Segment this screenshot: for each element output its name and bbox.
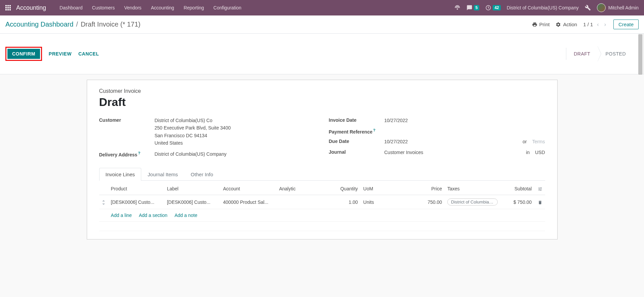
create-button[interactable]: Create <box>613 20 639 29</box>
preview-button[interactable]: PREVIEW <box>49 51 72 57</box>
breadcrumb-separator: / <box>76 21 78 28</box>
delivery-address-value[interactable]: District of Columbia(US) Company <box>155 150 315 158</box>
help-icon[interactable]: ? <box>138 151 140 155</box>
confirm-button[interactable]: CONFIRM <box>7 49 40 59</box>
customer-country: United States <box>155 139 315 147</box>
form-sheet: Customer Invoice Draft Customer District… <box>87 80 558 239</box>
th-uom[interactable]: UoM <box>361 183 382 195</box>
customer-street: 250 Executive Park Blvd, Suite 3400 <box>155 124 315 132</box>
status-posted[interactable]: POSTED <box>598 48 633 60</box>
journal-label: Journal <box>329 149 384 155</box>
invoice-date-value[interactable]: 10/27/2022 <box>384 117 545 124</box>
form-type-label: Customer Invoice <box>99 88 545 94</box>
user-menu[interactable]: Mitchell Admin <box>597 3 639 12</box>
form-right-column: Invoice Date 10/27/2022 Payment Referenc… <box>329 117 545 161</box>
delete-row-icon[interactable] <box>538 199 542 205</box>
cell-label[interactable]: [DESK0006] Custo... <box>164 195 220 209</box>
nav-accounting[interactable]: Accounting <box>147 3 178 12</box>
debug-icon[interactable] <box>585 5 591 11</box>
scroll-gutter <box>639 34 644 74</box>
breadcrumb: Accounting Dashboard / Draft Invoice (* … <box>5 21 141 28</box>
th-analytic[interactable]: Analytic <box>276 183 326 195</box>
company-selector[interactable]: District of Columbia(US) Company <box>507 5 579 10</box>
action-label: Action <box>563 22 577 27</box>
cell-uom[interactable]: Units <box>361 195 382 209</box>
statusbar: CONFIRM PREVIEW CANCEL DRAFT POSTED <box>0 34 639 74</box>
currency-value[interactable]: USD <box>535 149 545 156</box>
journal-value[interactable]: Customer Invoices <box>384 149 423 156</box>
app-brand[interactable]: Accounting <box>16 4 46 11</box>
th-subtotal[interactable]: Subtotal <box>503 183 534 195</box>
add-section-link[interactable]: Add a section <box>139 213 167 218</box>
nav-dashboard[interactable]: Dashboard <box>55 3 87 12</box>
apps-icon[interactable] <box>5 5 11 10</box>
th-product[interactable]: Product <box>108 183 164 195</box>
delivery-address-label: Delivery Address? <box>99 150 155 157</box>
th-price[interactable]: Price <box>382 183 445 195</box>
customer-value[interactable]: District of Columbia(US) Co 250 Executiv… <box>155 117 315 147</box>
tab-invoice-lines[interactable]: Invoice Lines <box>99 168 142 181</box>
activities-icon[interactable]: 42 <box>485 5 500 11</box>
voip-icon[interactable] <box>454 5 460 11</box>
columns-settings-icon[interactable] <box>538 186 542 191</box>
pager-value[interactable]: 1 / 1 <box>583 22 593 27</box>
svg-point-0 <box>457 9 458 9</box>
cell-account[interactable]: 400000 Product Sal... <box>220 195 276 209</box>
add-links-row: Add a line Add a section Add a note <box>108 209 545 222</box>
table-row[interactable]: [DESK0006] Custo... [DESK0006] Custo... … <box>99 195 545 209</box>
user-name: Mitchell Admin <box>608 5 639 10</box>
nav-menu: Dashboard Customers Vendors Accounting R… <box>55 3 245 12</box>
help-icon[interactable]: ? <box>373 128 375 132</box>
main-navbar: Accounting Dashboard Customers Vendors A… <box>0 0 644 15</box>
pager: 1 / 1 ‹ › <box>583 21 607 28</box>
cell-analytic[interactable] <box>276 195 326 209</box>
pager-next-icon[interactable]: › <box>603 21 607 28</box>
or-label: or <box>523 138 527 145</box>
cell-price[interactable]: 750.00 <box>382 195 445 209</box>
scroll-thumb[interactable] <box>638 34 642 75</box>
drag-handle-icon[interactable] <box>99 195 108 209</box>
breadcrumb-parent[interactable]: Accounting Dashboard <box>5 21 73 28</box>
messages-icon[interactable]: 5 <box>466 5 480 11</box>
nav-configuration[interactable]: Configuration <box>210 3 245 12</box>
print-button[interactable]: Print <box>532 22 550 27</box>
nav-vendors[interactable]: Vendors <box>120 3 145 12</box>
th-account[interactable]: Account <box>220 183 276 195</box>
customer-label: Customer <box>99 117 155 123</box>
th-taxes[interactable]: Taxes <box>445 183 503 195</box>
cell-subtotal: $ 750.00 <box>503 195 534 209</box>
cell-product[interactable]: [DESK0006] Custo... <box>108 195 164 209</box>
svg-marker-2 <box>102 200 105 201</box>
control-panel: Accounting Dashboard / Draft Invoice (* … <box>0 15 644 34</box>
form-title: Draft <box>99 96 545 109</box>
print-icon <box>532 22 537 27</box>
in-label: in <box>526 149 530 156</box>
nav-customers[interactable]: Customers <box>88 3 119 12</box>
tab-journal-items[interactable]: Journal Items <box>141 168 184 181</box>
th-settings[interactable] <box>534 183 545 195</box>
statusbar-container: CONFIRM PREVIEW CANCEL DRAFT POSTED <box>0 34 644 74</box>
due-date-value[interactable]: 10/27/2022 <box>384 138 408 145</box>
terms-field[interactable]: Terms <box>532 138 545 145</box>
status-draft[interactable]: DRAFT <box>566 48 598 60</box>
cancel-button[interactable]: CANCEL <box>78 51 99 57</box>
cell-taxes[interactable]: District of Columbia Sa <box>445 195 503 209</box>
add-note-link[interactable]: Add a note <box>175 213 197 218</box>
add-line-link[interactable]: Add a line <box>111 213 132 218</box>
nav-reporting[interactable]: Reporting <box>180 3 208 12</box>
breadcrumb-current: Draft Invoice (* 171) <box>81 21 141 28</box>
tab-other-info[interactable]: Other Info <box>184 168 220 181</box>
invoice-date-label: Invoice Date <box>329 117 384 123</box>
th-label[interactable]: Label <box>164 183 220 195</box>
status-steps: DRAFT POSTED <box>566 48 633 60</box>
cell-quantity[interactable]: 1.00 <box>326 195 361 209</box>
form-left-column: Customer District of Columbia(US) Co 250… <box>99 117 315 161</box>
activities-badge: 42 <box>493 5 500 10</box>
handle-column <box>99 183 108 195</box>
pager-prev-icon[interactable]: ‹ <box>596 21 600 28</box>
payment-reference-label: Payment Reference? <box>329 127 384 135</box>
confirm-highlight: CONFIRM <box>5 47 42 61</box>
th-quantity[interactable]: Quantity <box>326 183 361 195</box>
action-button[interactable]: Action <box>556 22 577 27</box>
tax-tag[interactable]: District of Columbia Sa <box>447 198 498 206</box>
